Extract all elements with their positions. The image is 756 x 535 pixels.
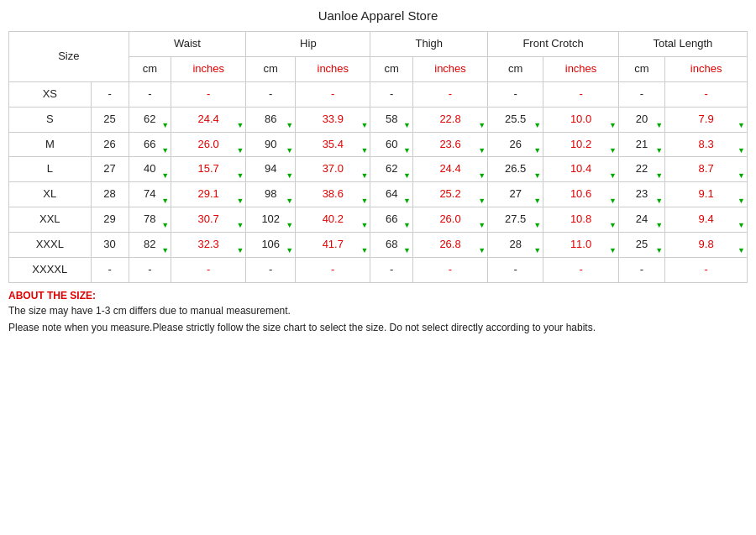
cell: XL <box>9 182 92 207</box>
cell: 24.4▼ <box>412 157 487 182</box>
cell: 41.7▼ <box>296 233 370 258</box>
cell: 106▼ <box>246 233 296 258</box>
cell: 26.0▼ <box>412 207 487 233</box>
cell: 10.4▼ <box>543 157 619 182</box>
cell: 24▼ <box>618 207 664 233</box>
cell: 10.6▼ <box>543 182 619 207</box>
cell: - <box>618 258 664 283</box>
cell: M <box>9 132 92 157</box>
cell: 82▼ <box>129 233 171 258</box>
thigh-header: Thigh <box>370 32 488 57</box>
fc-in-header: inches <box>543 56 619 81</box>
waist-in-header: inches <box>171 56 246 81</box>
hip-header: Hip <box>246 32 370 57</box>
cell: L <box>9 157 92 182</box>
cell: XXXL <box>9 233 92 258</box>
cell: 22▼ <box>618 157 664 182</box>
table-row: L2740▼15.7▼94▼37.0▼62▼24.4▼26.5▼10.4▼22▼… <box>9 157 748 182</box>
cell: - <box>129 258 171 283</box>
cell: - <box>246 258 296 283</box>
cell: 28▼ <box>488 233 543 258</box>
cell: - <box>412 81 487 107</box>
about-section: ABOUT THE SIZE: The size may have 1-3 cm… <box>8 290 748 335</box>
about-title: ABOUT THE SIZE: <box>8 290 96 302</box>
about-line2: Please note when you measure.Please stri… <box>8 320 748 335</box>
cell: 9.4▼ <box>665 207 748 233</box>
cell: 7.9▼ <box>665 107 748 132</box>
cell: 25 <box>91 107 129 132</box>
cell: 27▼ <box>488 182 543 207</box>
cell: 28 <box>91 182 129 207</box>
cell: 32.3▼ <box>171 233 246 258</box>
cell: - <box>488 258 543 283</box>
total-length-header: Total Length <box>618 32 747 57</box>
cell: 23▼ <box>618 182 664 207</box>
cell: - <box>370 81 412 107</box>
cell: - <box>618 81 664 107</box>
cell: 78▼ <box>129 207 171 233</box>
cell: 30 <box>91 233 129 258</box>
front-crotch-header: Front Crotch <box>488 32 619 57</box>
cell: - <box>370 258 412 283</box>
cell: 66▼ <box>129 132 171 157</box>
cell: XXXXL <box>9 258 92 283</box>
cell: 15.7▼ <box>171 157 246 182</box>
waist-cm-header: cm <box>129 56 171 81</box>
cell: 10.0▼ <box>543 107 619 132</box>
cell: 27 <box>91 157 129 182</box>
cell: - <box>296 258 370 283</box>
store-title: Uanloe Apparel Store <box>8 8 748 23</box>
cell: - <box>91 258 129 283</box>
thigh-in-header: inches <box>412 56 487 81</box>
cell: 98▼ <box>246 182 296 207</box>
cell: - <box>488 81 543 107</box>
cell: 33.9▼ <box>296 107 370 132</box>
cell: XXL <box>9 207 92 233</box>
cell: 26.8▼ <box>412 233 487 258</box>
cell: - <box>171 81 246 107</box>
cell: 26▼ <box>488 132 543 157</box>
cell: 102▼ <box>246 207 296 233</box>
cell: 35.4▼ <box>296 132 370 157</box>
cell: 26.5▼ <box>488 157 543 182</box>
cell: 9.8▼ <box>665 233 748 258</box>
cell: 20▼ <box>618 107 664 132</box>
cell: - <box>665 81 748 107</box>
hip-cm-header: cm <box>246 56 296 81</box>
cell: 10.8▼ <box>543 207 619 233</box>
cell: 30.7▼ <box>171 207 246 233</box>
cell: 27.5▼ <box>488 207 543 233</box>
cell: 22.8▼ <box>412 107 487 132</box>
cell: - <box>543 81 619 107</box>
cell: 10.2▼ <box>543 132 619 157</box>
cell: - <box>129 81 171 107</box>
cell: 25.2▼ <box>412 182 487 207</box>
cell: - <box>91 81 129 107</box>
cell: 86▼ <box>246 107 296 132</box>
cell: 90▼ <box>246 132 296 157</box>
cell: S <box>9 107 92 132</box>
table-row: XL2874▼29.1▼98▼38.6▼64▼25.2▼27▼10.6▼23▼9… <box>9 182 748 207</box>
cell: 29.1▼ <box>171 182 246 207</box>
cell: - <box>665 258 748 283</box>
cell: 40.2▼ <box>296 207 370 233</box>
cell: 74▼ <box>129 182 171 207</box>
cell: 11.0▼ <box>543 233 619 258</box>
table-row: S2562▼24.4▼86▼33.9▼58▼22.8▼25.5▼10.0▼20▼… <box>9 107 748 132</box>
about-line1: The size may have 1-3 cm differs due to … <box>8 303 748 318</box>
cell: XS <box>9 81 92 107</box>
cell: 60▼ <box>370 132 412 157</box>
cell: 25▼ <box>618 233 664 258</box>
cell: 37.0▼ <box>296 157 370 182</box>
cell: 9.1▼ <box>665 182 748 207</box>
tl-in-header: inches <box>665 56 748 81</box>
cell: 58▼ <box>370 107 412 132</box>
cell: 68▼ <box>370 233 412 258</box>
cell: - <box>171 258 246 283</box>
table-row: XXXXL----------- <box>9 258 748 283</box>
cell: 64▼ <box>370 182 412 207</box>
table-row: XS----------- <box>9 81 748 107</box>
waist-header: Waist <box>129 32 246 57</box>
table-row: XXL2978▼30.7▼102▼40.2▼66▼26.0▼27.5▼10.8▼… <box>9 207 748 233</box>
cell: 26 <box>91 132 129 157</box>
